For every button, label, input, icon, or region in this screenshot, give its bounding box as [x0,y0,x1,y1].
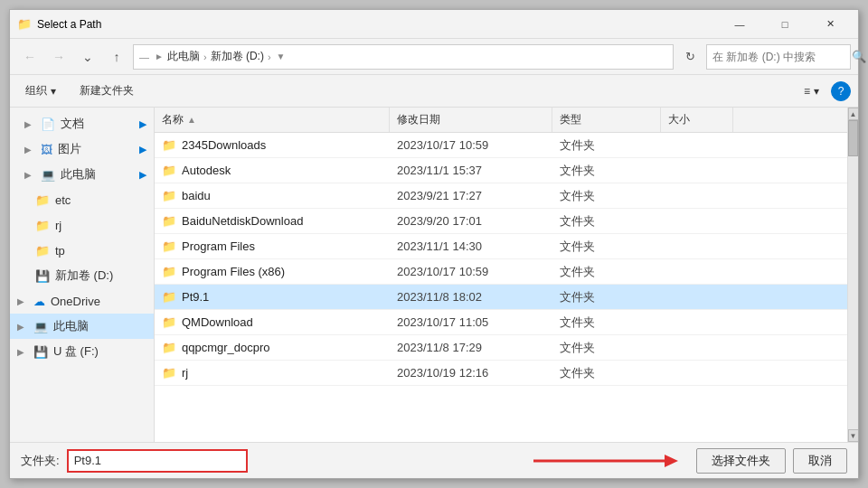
file-list-body: 📁 2345Downloads 2023/10/17 10:59 文件夹 📁 A… [155,133,847,442]
file-name: BaiduNetdiskDownload [182,214,303,228]
view-chevron: ▾ [814,85,819,98]
breadcrumb-chevron[interactable]: ► [155,52,164,61]
file-row[interactable]: 📁 Program Files 2023/11/1 14:30 文件夹 [155,234,847,259]
up-button[interactable]: ↑ [104,44,129,70]
file-name: baidu [182,189,211,202]
file-cell-date: 2023/11/8 17:29 [390,341,552,354]
file-row[interactable]: 📁 Autodesk 2023/11/1 15:37 文件夹 [155,158,847,183]
back-button[interactable]: ← [17,44,42,70]
sidebar: ▶ 📄 文档 ▶ ▶ 🖼 图片 ▶ ▶ 💻 此电脑 ▶ 📁 [10,108,155,442]
file-name: Pt9.1 [182,290,209,304]
col-header-name[interactable]: 名称 ▲ [155,108,390,132]
maximize-button[interactable]: □ [764,10,806,39]
file-cell-name: 📁 Program Files (x86) [155,265,390,278]
organize-button[interactable]: 组织 ▾ [17,80,64,103]
breadcrumb-bar[interactable]: — ► 此电脑 › 新加卷 (D:) › ▼ [133,44,674,70]
file-name: QMDownload [182,315,253,329]
title-bar-text: Select a Path [37,18,719,31]
title-bar-icon: 📁 [17,17,32,32]
view-icon: ≡ [804,85,810,98]
folder-icon: 📁 [162,164,176,177]
file-row[interactable]: 📁 BaiduNetdiskDownload 2023/9/20 17:01 文… [155,209,847,234]
breadcrumb-dropdown[interactable]: ▼ [277,52,286,61]
toolbar-right: ≡ ▾ ? [796,80,851,103]
minimize-button[interactable]: — [719,10,760,39]
col-header-size[interactable]: 大小 [661,108,733,132]
cancel-button[interactable]: 取消 [793,448,847,474]
file-row[interactable]: 📁 QMDownload 2023/10/17 11:05 文件夹 [155,310,847,335]
help-button[interactable]: ? [831,81,851,101]
organize-chevron: ▾ [51,85,56,98]
filename-input[interactable] [67,449,248,473]
sidebar-item-etc[interactable]: 📁 etc [10,187,154,212]
file-row[interactable]: 📁 2345Downloads 2023/10/17 10:59 文件夹 [155,133,847,158]
scrollbar-thumb[interactable] [848,120,858,156]
file-cell-date: 2023/10/19 12:16 [390,366,552,380]
thispc-pinned-label: 此电脑 [61,166,96,183]
sidebar-item-newvol[interactable]: 💾 新加卷 (D:) [10,263,154,288]
thispc-pinned-expand: ▶ [24,170,35,180]
search-input[interactable] [712,51,848,63]
documents-pin: ▶ [139,118,146,130]
breadcrumb-dash: — [139,52,149,62]
col-name-sort: ▲ [187,115,196,125]
sidebar-item-onedrive[interactable]: ▶ ☁ OneDrive [10,288,154,314]
documents-label: 文档 [61,116,84,132]
rj-icon: 📁 [35,219,50,232]
forward-button[interactable]: → [46,44,71,70]
close-button[interactable]: ✕ [809,10,851,39]
file-cell-date: 2023/10/17 10:59 [390,265,552,278]
file-cell-date: 2023/10/17 11:05 [390,315,552,329]
file-row[interactable]: 📁 qqpcmgr_docpro 2023/11/8 17:29 文件夹 [155,335,847,361]
file-cell-type: 文件夹 [552,314,661,331]
breadcrumb-thispc[interactable]: 此电脑 [167,49,200,64]
onedrive-label: OneDrive [51,295,100,308]
select-folder-button[interactable]: 选择文件夹 [696,448,786,474]
col-header-type[interactable]: 类型 [552,108,661,132]
file-name: Program Files [182,239,255,253]
file-cell-name: 📁 qqpcmgr_docpro [155,341,390,354]
sidebar-item-rj[interactable]: 📁 rj [10,212,154,238]
file-name: rj [182,366,188,380]
etc-icon: 📁 [35,193,50,207]
new-folder-button[interactable]: 新建文件夹 [71,80,142,103]
scroll-up-btn[interactable]: ▲ [848,108,859,120]
file-cell-name: 📁 baidu [155,189,390,202]
folder-icon: 📁 [162,341,176,354]
onedrive-icon: ☁ [33,295,45,308]
file-row[interactable]: 📁 rj 2023/10/19 12:16 文件夹 [155,361,847,386]
organize-label: 组织 [25,83,47,99]
file-row[interactable]: 📁 Program Files (x86) 2023/10/17 10:59 文… [155,259,847,285]
view-button[interactable]: ≡ ▾ [796,80,827,103]
scroll-down-btn[interactable]: ▼ [848,429,859,442]
file-name: Autodesk [182,164,231,177]
file-row[interactable]: 📁 baidu 2023/9/21 17:27 文件夹 [155,183,847,209]
pictures-icon: 🖼 [41,143,52,156]
file-name: Program Files (x86) [182,265,285,278]
right-scrollbar[interactable]: ▲ ▼ [847,108,858,442]
down-button[interactable]: ⌄ [75,44,100,70]
file-cell-type: 文件夹 [552,340,661,356]
toolbar: 组织 ▾ 新建文件夹 ≡ ▾ ? [10,75,858,108]
file-row[interactable]: 📁 Pt9.1 2023/11/8 18:02 文件夹 [155,285,847,310]
new-folder-label: 新建文件夹 [80,83,134,99]
breadcrumb-sep2: › [268,52,271,62]
title-bar: 📁 Select a Path — □ ✕ [10,10,858,39]
pictures-label: 图片 [58,141,81,157]
sidebar-item-pictures[interactable]: ▶ 🖼 图片 ▶ [10,136,154,162]
file-cell-type: 文件夹 [552,289,661,305]
sidebar-item-thispc-pinned[interactable]: ▶ 💻 此电脑 ▶ [10,162,154,187]
file-list-header: 名称 ▲ 修改日期 类型 大小 [155,108,847,133]
folder-icon: 📁 [162,366,176,380]
col-header-date[interactable]: 修改日期 [390,108,552,132]
breadcrumb-newvol[interactable]: 新加卷 (D:) [211,49,264,64]
sidebar-item-tp[interactable]: 📁 tp [10,238,154,263]
file-cell-type: 文件夹 [552,137,661,154]
sidebar-item-thispc[interactable]: ▶ 💻 此电脑 [10,314,154,339]
scrollbar-track [848,120,858,429]
col-size-label: 大小 [668,112,690,127]
sidebar-item-documents[interactable]: ▶ 📄 文档 ▶ [10,111,154,136]
sidebar-item-udisk[interactable]: ▶ 💾 U 盘 (F:) [10,339,154,364]
refresh-button[interactable]: ↻ [677,44,703,70]
file-cell-date: 2023/11/1 14:30 [390,239,552,253]
